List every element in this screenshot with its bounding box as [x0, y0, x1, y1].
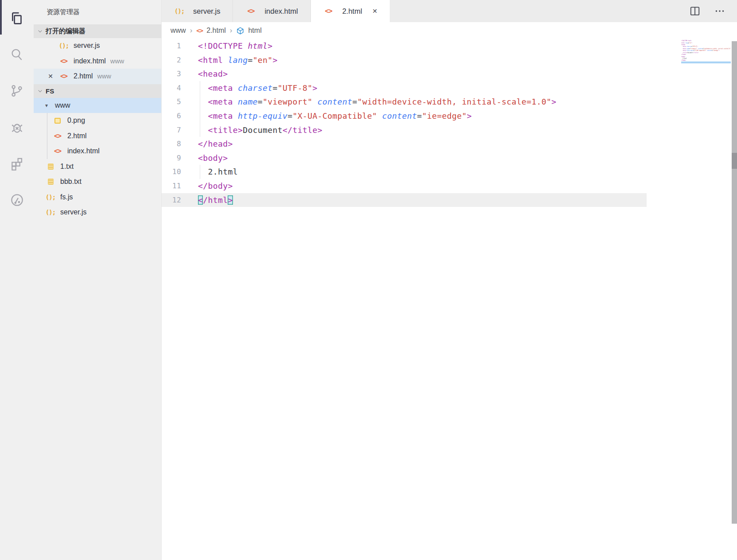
token: http-equiv	[687, 50, 694, 51]
tab-label: index.html	[264, 7, 298, 16]
breadcrumb-segment[interactable]: www	[171, 27, 186, 35]
tab-2.html[interactable]: <>2.html✕	[311, 0, 390, 22]
tree-item[interactable]: ();server.js	[34, 205, 161, 220]
token: <html	[681, 42, 685, 43]
minimap[interactable]: <!DOCTYPE html><html lang="en"><head> <m…	[681, 40, 731, 68]
token: "X-UA-Compatible"	[293, 111, 377, 121]
activity-debug-icon[interactable]	[0, 109, 34, 145]
code-line-content[interactable]: </html>	[198, 193, 233, 207]
token: >	[273, 55, 278, 65]
line-number[interactable]: 8	[162, 137, 181, 151]
chevron-down-icon	[38, 29, 43, 34]
minimap-current-line	[681, 62, 731, 63]
token: "X-UA-Compatible"	[694, 50, 706, 51]
line-number[interactable]: 1	[162, 39, 181, 53]
token: <meta	[683, 48, 687, 49]
code-line: 7 <title>Document</title>	[162, 123, 737, 137]
activity-explorer-icon[interactable]	[0, 0, 34, 36]
line-number[interactable]: 10	[162, 165, 181, 179]
tree-item[interactable]: ▾www	[34, 98, 161, 113]
code-line: 3<head>	[162, 67, 737, 81]
tree-item[interactable]: 0.png	[34, 113, 161, 128]
token: <html	[198, 55, 228, 65]
image-icon	[54, 118, 61, 124]
code-line-content[interactable]: <title>Document</title>	[198, 123, 322, 137]
breadcrumb-segment[interactable]: html	[236, 27, 261, 35]
token: "en"	[253, 55, 273, 65]
fs-section-header[interactable]: FS	[34, 84, 161, 98]
tree-item[interactable]: <>2.html	[34, 128, 161, 144]
more-actions-icon[interactable]	[714, 5, 725, 17]
token: "width=device-width, initial-scale=1.0"	[703, 48, 730, 49]
code-editor[interactable]: 1<!DOCTYPE html>2<html lang="en">3<head>…	[162, 39, 737, 560]
html-file-icon: <>	[52, 147, 63, 155]
tree-item[interactable]: bbb.txt	[34, 174, 161, 190]
code-line-content[interactable]: </body>	[198, 179, 233, 193]
open-editor-item[interactable]: <>index.htmlwww	[34, 54, 161, 69]
file-desc: www	[110, 58, 124, 65]
js-icon: ();	[46, 209, 55, 216]
activity-gitlens-icon[interactable]	[0, 182, 34, 218]
token: <head>	[681, 44, 685, 46]
code-line-content[interactable]: <meta http-equiv="X-UA-Compatible" conte…	[198, 109, 472, 123]
activity-search-icon[interactable]	[0, 36, 34, 73]
vertical-scrollbar[interactable]	[732, 41, 737, 524]
tree-item[interactable]: 1.txt	[34, 159, 161, 175]
text-file-icon	[48, 163, 54, 170]
code-line-content[interactable]: <meta charset="UTF-8">	[198, 81, 318, 95]
tree-item[interactable]: ();fs.js	[34, 190, 161, 205]
code-line: 8</head>	[162, 137, 737, 151]
vscode-window: 资源管理器 打开的编辑器 ();server.js<>index.htmlwww…	[0, 0, 737, 560]
token: </body>	[681, 60, 686, 61]
token	[312, 97, 317, 106]
line-number[interactable]: 7	[162, 123, 181, 137]
token: <meta	[208, 111, 237, 121]
js-file-icon: ();	[58, 42, 69, 49]
line-number[interactable]: 3	[162, 67, 181, 81]
line-number[interactable]: 9	[162, 151, 181, 165]
token: >	[692, 42, 693, 43]
token: lang	[228, 55, 248, 65]
code-line: 11</body>	[162, 179, 737, 193]
open-editor-item[interactable]: ();server.js	[34, 38, 161, 54]
activity-extensions-icon[interactable]	[0, 145, 34, 182]
code-line-content[interactable]: <head>	[198, 67, 228, 81]
tab-server.js[interactable]: ();server.js	[162, 0, 233, 22]
close-icon[interactable]: ✕	[46, 73, 55, 80]
tab-label: 2.html	[342, 7, 362, 16]
token: "UTF-8"	[278, 83, 313, 93]
token	[377, 111, 382, 121]
line-number[interactable]: 11	[162, 179, 181, 193]
code-line-content[interactable]: <html lang="en">	[198, 53, 278, 67]
scrollbar-thumb[interactable]	[732, 153, 737, 169]
open-editor-item[interactable]: ✕<>2.htmlwww	[34, 69, 161, 84]
breadcrumb-separator: ›	[190, 26, 193, 35]
txt-file-icon	[45, 163, 56, 170]
line-number[interactable]: 6	[162, 109, 181, 123]
line-number[interactable]: 4	[162, 81, 181, 95]
tree-item[interactable]: <>index.html	[34, 144, 161, 159]
tab-close-icon[interactable]: ✕	[372, 8, 378, 15]
file-label: index.html	[74, 57, 106, 65]
line-number[interactable]: 12	[162, 193, 181, 207]
file-desc: www	[97, 73, 111, 80]
activity-source-control-icon[interactable]	[0, 73, 34, 109]
token: <!DOCTYPE	[198, 41, 248, 51]
tab-index.html[interactable]: <>index.html	[233, 0, 310, 22]
breadcrumb-segment[interactable]: <>2.html	[196, 27, 225, 35]
line-number[interactable]: 5	[162, 95, 181, 109]
code-line-content[interactable]: </head>	[198, 137, 233, 151]
line-number[interactable]: 2	[162, 53, 181, 67]
code-line-content[interactable]: <meta name="viewport" content="width=dev…	[198, 95, 556, 109]
token: </head>	[198, 139, 233, 148]
code-line-content[interactable]: 2.html	[198, 165, 238, 179]
code-line-content[interactable]: <!DOCTYPE html>	[198, 39, 273, 53]
js-icon: ();	[46, 194, 55, 201]
open-editors-header[interactable]: 打开的编辑器	[34, 24, 161, 38]
code-line-content[interactable]: <body>	[198, 151, 228, 165]
split-editor-icon[interactable]	[689, 5, 701, 17]
file-label: 2.html	[74, 72, 93, 80]
token: <body>	[681, 56, 685, 57]
html-icon: <>	[247, 7, 254, 15]
token: http-equiv	[238, 111, 287, 121]
